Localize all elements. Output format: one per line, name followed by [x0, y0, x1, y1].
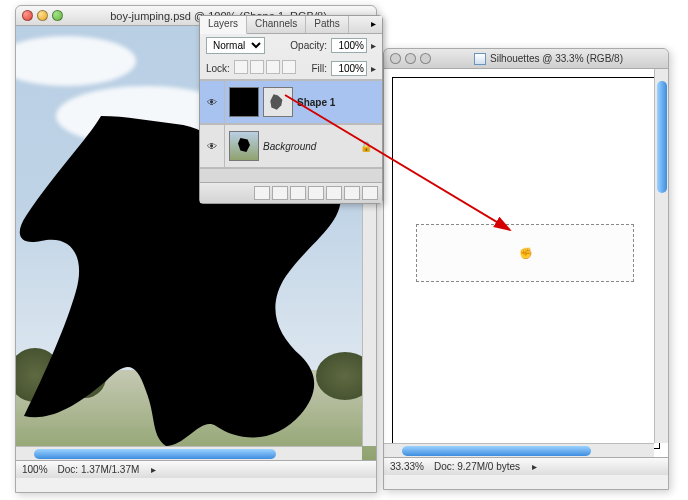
zoom-level[interactable]: 100%: [22, 464, 48, 475]
opacity-input[interactable]: [331, 38, 367, 53]
canvas[interactable]: ✊: [384, 69, 668, 457]
vertical-scrollbar[interactable]: [654, 69, 668, 443]
layer-mask-thumb[interactable]: [229, 87, 259, 117]
lock-all-icon[interactable]: [282, 60, 296, 74]
mask-icon[interactable]: [290, 186, 306, 200]
doc-size: Doc: 9.27M/0 bytes: [434, 461, 520, 472]
adjustment-icon[interactable]: [308, 186, 324, 200]
vector-mask-thumb[interactable]: [263, 87, 293, 117]
opacity-label: Opacity:: [290, 40, 327, 51]
minimize-icon[interactable]: [37, 10, 48, 21]
layer-shape-1[interactable]: 👁 Shape 1: [200, 80, 382, 124]
fill-input[interactable]: [331, 61, 367, 76]
lock-icon: 🔒: [360, 141, 372, 152]
document-icon: [474, 53, 486, 65]
layer-background[interactable]: 👁 Background 🔒: [200, 124, 382, 168]
layer-list: 👁 Shape 1 👁 Background 🔒: [200, 80, 382, 182]
horizontal-scrollbar[interactable]: [16, 446, 362, 460]
lock-paint-icon[interactable]: [250, 60, 264, 74]
palette-tabs: Layers Channels Paths ▸: [200, 16, 382, 34]
layer-name[interactable]: Background: [263, 141, 316, 152]
titlebar[interactable]: Silhouettes @ 33.3% (RGB/8): [384, 49, 668, 69]
chevron-right-icon[interactable]: ▸: [371, 40, 376, 51]
layers-palette: Layers Channels Paths ▸ Normal Opacity: …: [199, 15, 383, 204]
close-icon[interactable]: [390, 53, 401, 64]
silhouettes-window: Silhouettes @ 33.3% (RGB/8) ✊ 33.33% Doc…: [383, 48, 669, 490]
link-icon[interactable]: [254, 186, 270, 200]
tab-layers[interactable]: Layers: [200, 16, 247, 34]
lock-buttons: [234, 60, 298, 76]
blend-mode-select[interactable]: Normal: [206, 37, 265, 54]
chevron-right-icon[interactable]: ▸: [151, 464, 156, 475]
chevron-right-icon[interactable]: ▸: [371, 63, 376, 74]
zoom-level[interactable]: 33.33%: [390, 461, 424, 472]
lock-label: Lock:: [206, 63, 230, 74]
visibility-icon[interactable]: 👁: [204, 141, 220, 152]
minimize-icon[interactable]: [405, 53, 416, 64]
lock-transparency-icon[interactable]: [234, 60, 248, 74]
layer-name[interactable]: Shape 1: [297, 97, 335, 108]
tab-paths[interactable]: Paths: [306, 16, 349, 33]
fill-label: Fill:: [311, 63, 327, 74]
statusbar: 33.33% Doc: 9.27M/0 bytes ▸: [384, 457, 668, 475]
group-icon[interactable]: [326, 186, 342, 200]
close-icon[interactable]: [22, 10, 33, 21]
horizontal-scrollbar[interactable]: [384, 443, 654, 457]
tab-channels[interactable]: Channels: [247, 16, 306, 33]
fx-icon[interactable]: [272, 186, 288, 200]
visibility-icon[interactable]: 👁: [204, 97, 220, 108]
hand-cursor-icon: ✊: [519, 247, 533, 260]
lock-position-icon[interactable]: [266, 60, 280, 74]
statusbar: 100% Doc: 1.37M/1.37M ▸: [16, 460, 376, 478]
doc-size: Doc: 1.37M/1.37M: [58, 464, 140, 475]
chevron-right-icon[interactable]: ▸: [532, 461, 537, 472]
zoom-icon[interactable]: [52, 10, 63, 21]
palette-menu-icon[interactable]: ▸: [365, 16, 382, 33]
palette-buttons: [200, 182, 382, 203]
trash-icon[interactable]: [362, 186, 378, 200]
layer-thumb[interactable]: [229, 131, 259, 161]
zoom-icon[interactable]: [420, 53, 431, 64]
window-title: Silhouettes @ 33.3% (RGB/8): [435, 52, 662, 65]
new-layer-icon[interactable]: [344, 186, 360, 200]
